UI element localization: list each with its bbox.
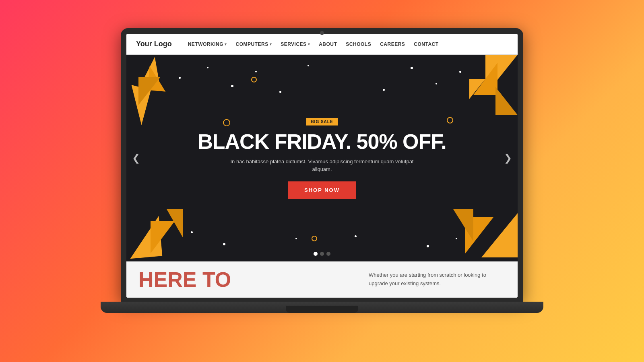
slider-prev-button[interactable]: ❮ xyxy=(132,152,140,164)
nav-item-about[interactable]: ABOUT xyxy=(319,41,337,47)
triangle-shape xyxy=(485,55,518,95)
triangle-shape xyxy=(131,57,161,93)
triangle-shape xyxy=(465,217,493,253)
nav-item-services[interactable]: SERVICES ▾ xyxy=(281,41,310,47)
dot-decoration xyxy=(279,91,281,93)
triangle-shape xyxy=(469,79,485,99)
dot-decoration xyxy=(295,238,297,239)
triangle-shape xyxy=(453,209,473,241)
slider-dot-3[interactable] xyxy=(326,252,330,256)
slider-dot-indicators xyxy=(314,252,330,256)
slider-dot-2[interactable] xyxy=(320,252,324,256)
laptop-screen-shell: Your Logo NETWORKING ▾ COMPUTERS ▾ SERVI… xyxy=(121,28,523,302)
triangle-shape xyxy=(127,216,162,259)
dot-decoration xyxy=(207,67,208,68)
hero-slider: ❮ BIG SALE BLACK FRIDAY. 50% OFF. In hac… xyxy=(126,55,518,261)
laptop-mockup: Your Logo NETWORKING ▾ COMPUTERS ▾ SERVI… xyxy=(101,28,543,334)
laptop-base xyxy=(101,302,543,313)
dot-decoration xyxy=(231,85,233,87)
website-container: Your Logo NETWORKING ▾ COMPUTERS ▾ SERVI… xyxy=(126,34,518,298)
dot-decoration xyxy=(383,89,385,91)
nav-item-computers[interactable]: COMPUTERS ▾ xyxy=(235,41,272,47)
nav-item-networking[interactable]: NETWORKING ▾ xyxy=(188,41,227,47)
chevron-down-icon: ▾ xyxy=(308,42,310,46)
ring-decoration xyxy=(251,77,257,82)
laptop-screen: Your Logo NETWORKING ▾ COMPUTERS ▾ SERVI… xyxy=(126,34,518,298)
dot-decoration xyxy=(459,71,461,73)
nav-menu: NETWORKING ▾ COMPUTERS ▾ SERVICES ▾ AB xyxy=(188,41,508,47)
dot-decoration xyxy=(191,231,193,233)
dot-decoration xyxy=(308,65,309,66)
dot-decoration xyxy=(411,67,413,69)
navbar: Your Logo NETWORKING ▾ COMPUTERS ▾ SERVI… xyxy=(126,34,518,55)
hero-subtitle: In hac habitasse platea dictumst. Vivamu… xyxy=(225,158,419,173)
triangle-shape xyxy=(481,213,518,257)
nav-item-schools[interactable]: SCHOOLS xyxy=(346,41,371,47)
chevron-down-icon: ▾ xyxy=(225,42,227,46)
dot-decoration xyxy=(427,245,429,247)
chevron-down-icon: ▾ xyxy=(270,42,272,46)
triangle-shape xyxy=(151,221,175,253)
dot-decoration xyxy=(179,77,181,79)
below-fold-description: Whether you are starting from scratch or… xyxy=(369,271,506,288)
hero-title: BLACK FRIDAY. 50% OFF. xyxy=(198,131,446,152)
shop-now-button[interactable]: SHOP NOW xyxy=(288,181,356,199)
slider-dot-1[interactable] xyxy=(314,252,318,256)
below-fold-section: HERE TO Whether you are starting from sc… xyxy=(126,261,518,298)
dot-decoration xyxy=(436,83,437,84)
ring-decoration xyxy=(447,117,453,123)
dot-decoration xyxy=(223,243,225,245)
nav-item-contact[interactable]: CONTACT xyxy=(414,41,438,47)
slider-next-button[interactable]: ❯ xyxy=(504,152,512,164)
nav-item-careers[interactable]: CAREERS xyxy=(380,41,405,47)
triangle-shape xyxy=(126,85,151,125)
ring-decoration xyxy=(312,236,317,241)
dot-decoration xyxy=(255,71,257,72)
triangle-shape xyxy=(495,87,518,115)
triangle-shape xyxy=(473,63,497,95)
dot-decoration xyxy=(456,238,457,239)
hero-content: BIG SALE BLACK FRIDAY. 50% OFF. In hac h… xyxy=(198,118,446,199)
triangle-shape xyxy=(167,209,183,237)
triangle-shape xyxy=(138,77,161,105)
dot-decoration xyxy=(355,235,357,237)
triangle-shape xyxy=(147,66,167,92)
hero-badge: BIG SALE xyxy=(306,118,337,125)
site-logo[interactable]: Your Logo xyxy=(136,40,172,48)
below-fold-title: HERE TO xyxy=(138,269,231,290)
